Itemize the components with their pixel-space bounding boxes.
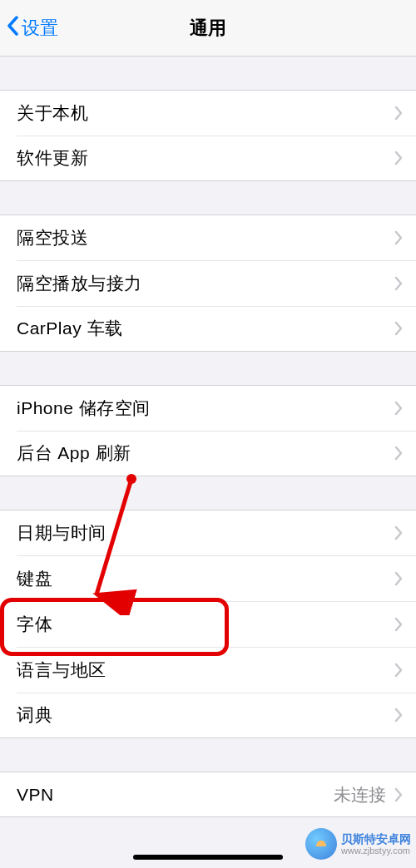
row-dictionary[interactable]: 词典 bbox=[0, 693, 416, 738]
watermark-url: www.zjbstyy.com bbox=[341, 846, 411, 856]
settings-group: 隔空投送隔空播放与接力CarPlay 车载 bbox=[0, 215, 416, 352]
row-label: VPN bbox=[17, 785, 334, 805]
settings-group: VPN未连接 bbox=[0, 772, 416, 817]
row-label: 字体 bbox=[17, 613, 394, 636]
chevron-right-icon bbox=[394, 106, 403, 121]
row-carplay[interactable]: CarPlay 车载 bbox=[0, 306, 416, 352]
nav-bar: 设置 通用 bbox=[0, 0, 416, 57]
row-label: 键盘 bbox=[17, 567, 394, 590]
chevron-right-icon bbox=[394, 663, 403, 678]
row-label: 语言与地区 bbox=[17, 658, 394, 682]
back-button[interactable]: 设置 bbox=[7, 16, 58, 41]
row-background-app-refresh[interactable]: 后台 App 刷新 bbox=[0, 431, 416, 476]
settings-group: 关于本机软件更新 bbox=[0, 90, 416, 181]
row-airplay-handoff[interactable]: 隔空播放与接力 bbox=[0, 260, 416, 306]
chevron-right-icon bbox=[394, 150, 403, 165]
row-keyboard[interactable]: 键盘 bbox=[0, 555, 416, 601]
row-label: 隔空投送 bbox=[17, 226, 394, 249]
row-fonts[interactable]: 字体 bbox=[0, 601, 416, 647]
row-label: 后台 App 刷新 bbox=[17, 441, 394, 465]
home-indicator bbox=[133, 855, 283, 860]
row-software-update[interactable]: 软件更新 bbox=[0, 136, 416, 181]
row-about[interactable]: 关于本机 bbox=[0, 90, 416, 136]
watermark-logo-icon bbox=[305, 828, 337, 860]
row-label: 关于本机 bbox=[17, 101, 394, 125]
chevron-right-icon bbox=[394, 787, 403, 802]
row-date-time[interactable]: 日期与时间 bbox=[0, 510, 416, 555]
watermark: 贝斯特安卓网 www.zjbstyy.com bbox=[305, 828, 411, 860]
row-value: 未连接 bbox=[334, 783, 386, 806]
chevron-left-icon bbox=[7, 16, 20, 41]
row-label: 日期与时间 bbox=[17, 521, 394, 545]
chevron-right-icon bbox=[394, 617, 403, 632]
chevron-right-icon bbox=[394, 571, 403, 586]
settings-group: iPhone 储存空间后台 App 刷新 bbox=[0, 385, 416, 476]
settings-content: 关于本机软件更新隔空投送隔空播放与接力CarPlay 车载iPhone 储存空间… bbox=[0, 90, 416, 817]
chevron-right-icon bbox=[394, 321, 403, 336]
row-label: CarPlay 车载 bbox=[17, 317, 394, 340]
row-label: 隔空播放与接力 bbox=[17, 272, 394, 295]
chevron-right-icon bbox=[394, 401, 403, 416]
row-vpn[interactable]: VPN未连接 bbox=[0, 772, 416, 817]
settings-group: 日期与时间键盘字体语言与地区词典 bbox=[0, 510, 416, 738]
back-label: 设置 bbox=[22, 16, 58, 41]
chevron-right-icon bbox=[394, 525, 403, 540]
chevron-right-icon bbox=[394, 230, 403, 245]
row-iphone-storage[interactable]: iPhone 储存空间 bbox=[0, 385, 416, 431]
chevron-right-icon bbox=[394, 446, 403, 461]
row-language-region[interactable]: 语言与地区 bbox=[0, 647, 416, 693]
row-airdrop[interactable]: 隔空投送 bbox=[0, 215, 416, 260]
chevron-right-icon bbox=[394, 708, 403, 723]
watermark-name: 贝斯特安卓网 bbox=[341, 832, 411, 846]
chevron-right-icon bbox=[394, 276, 403, 291]
row-label: 软件更新 bbox=[17, 146, 394, 170]
page-title: 通用 bbox=[190, 16, 226, 41]
row-label: iPhone 储存空间 bbox=[17, 397, 394, 420]
row-label: 词典 bbox=[17, 703, 394, 727]
